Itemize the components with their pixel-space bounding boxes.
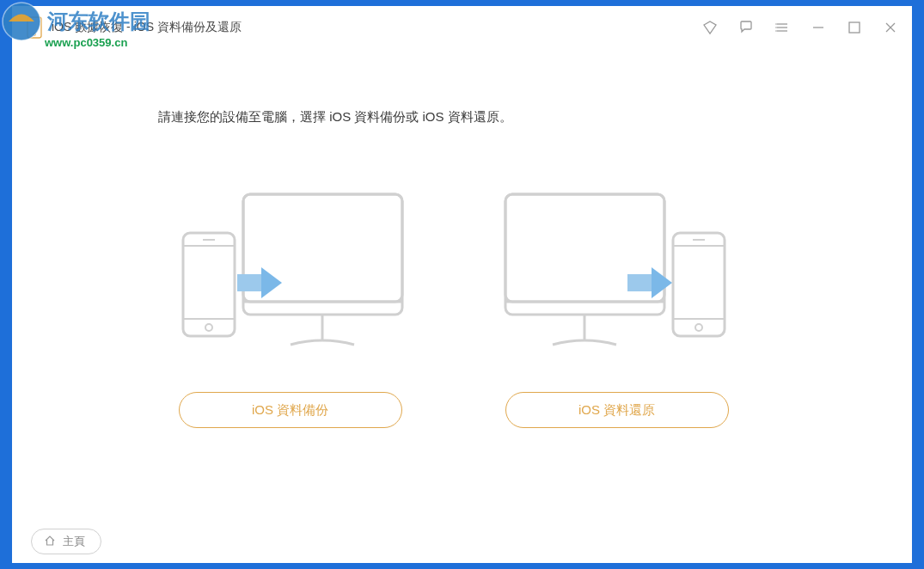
backup-button-label: iOS 資料備份 [252, 402, 328, 419]
svg-rect-19 [183, 233, 235, 336]
home-icon [44, 535, 56, 549]
instruction-text: 請連接您的設備至電腦，選擇 iOS 資料備份或 iOS 資料還原。 [158, 109, 512, 125]
options-row: iOS 資料備份 [170, 186, 737, 428]
svg-rect-24 [237, 274, 261, 291]
svg-point-9 [775, 27, 777, 28]
bottom-bar: 主頁 [12, 520, 912, 563]
home-button[interactable]: 主頁 [31, 529, 101, 554]
svg-point-4 [34, 34, 36, 36]
app-window: iOS 數據恢復 - iOS 資料備份及還原 請連接您的設備至電腦，選擇 [12, 6, 912, 563]
svg-rect-34 [693, 239, 705, 241]
svg-rect-30 [673, 233, 725, 336]
main-content: 請連接您的設備至電腦，選擇 iOS 資料備份或 iOS 資料還原。 [12, 49, 912, 520]
diamond-icon[interactable] [702, 20, 718, 35]
feedback-icon[interactable] [738, 20, 754, 35]
svg-marker-25 [261, 267, 282, 298]
backup-graphic [170, 186, 411, 358]
titlebar-controls [702, 20, 898, 35]
svg-point-10 [775, 30, 777, 32]
app-title: iOS 數據恢復 - iOS 資料備份及還原 [52, 20, 242, 35]
titlebar-left: iOS 數據恢復 - iOS 資料備份及還原 [26, 15, 242, 40]
titlebar: iOS 數據恢復 - iOS 資料備份及還原 [12, 6, 912, 49]
svg-rect-35 [627, 274, 652, 291]
backup-button[interactable]: iOS 資料備份 [179, 392, 402, 428]
svg-marker-36 [652, 267, 672, 298]
restore-option: iOS 資料還原 [497, 186, 737, 428]
svg-rect-15 [243, 194, 402, 315]
app-icon [26, 15, 43, 40]
minimize-icon[interactable] [811, 20, 826, 35]
close-icon[interactable] [883, 20, 898, 35]
restore-button-label: iOS 資料還原 [578, 402, 655, 419]
svg-rect-3 [28, 17, 41, 38]
restore-button[interactable]: iOS 資料還原 [505, 392, 729, 428]
svg-point-8 [775, 23, 777, 25]
menu-icon[interactable] [774, 20, 790, 35]
backup-option: iOS 資料備份 [170, 186, 411, 428]
svg-rect-12 [849, 22, 860, 33]
maximize-icon[interactable] [847, 20, 862, 35]
svg-rect-26 [505, 194, 664, 315]
svg-rect-23 [203, 239, 215, 241]
home-button-label: 主頁 [63, 534, 85, 549]
restore-graphic [497, 186, 737, 358]
